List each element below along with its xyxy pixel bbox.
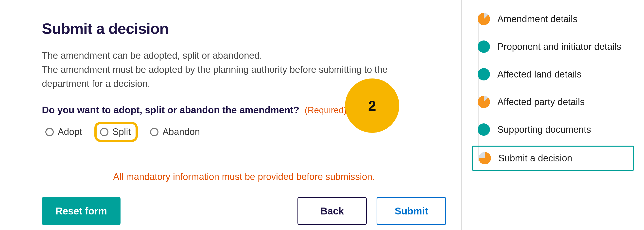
intro-line-2: The amendment must be adopted by the pla… (42, 64, 388, 89)
radio-option-abandon[interactable]: Abandon (147, 125, 203, 139)
progress-complete-icon (478, 68, 490, 80)
progress-step-supporting-documents[interactable]: Supporting documents (472, 118, 634, 141)
progress-step-affected-land[interactable]: Affected land details (472, 63, 634, 86)
step-callout-badge: 2 (345, 79, 399, 133)
progress-complete-icon (478, 123, 490, 136)
progress-step-label: Supporting documents (497, 124, 591, 135)
progress-step-label: Submit a decision (498, 153, 572, 164)
radio-icon (150, 128, 158, 136)
progress-complete-icon (478, 41, 490, 53)
progress-step-label: Affected party details (497, 97, 584, 107)
validation-warning: All mandatory information must be provid… (47, 171, 441, 182)
radio-option-split[interactable]: Split (94, 122, 138, 142)
main-form-area: Submit a decision The amendment can be a… (0, 0, 461, 230)
form-actions: Reset form Back Submit (42, 197, 446, 225)
question-text: Do you want to adopt, split or abandon t… (42, 105, 299, 115)
progress-step-amendment-details[interactable]: Amendment details (472, 8, 634, 31)
progress-step-submit-decision[interactable]: Submit a decision (472, 146, 634, 171)
progress-partial-icon (478, 96, 490, 108)
radio-label: Adopt (58, 127, 82, 137)
reset-form-button[interactable]: Reset form (42, 197, 120, 225)
radio-icon (100, 128, 108, 136)
radio-label: Split (112, 127, 130, 137)
progress-step-label: Amendment details (497, 14, 578, 25)
submit-button[interactable]: Submit (376, 197, 446, 225)
progress-partial-icon (478, 13, 490, 25)
progress-step-proponent-initiator[interactable]: Proponent and initiator details (472, 35, 634, 58)
intro-line-1: The amendment can be adopted, split or a… (42, 50, 262, 61)
back-button[interactable]: Back (298, 197, 367, 225)
progress-step-list: Amendment details Proponent and initiato… (472, 8, 634, 171)
progress-step-affected-party[interactable]: Affected party details (472, 90, 634, 114)
radio-icon (45, 128, 54, 136)
radio-option-adopt[interactable]: Adopt (42, 125, 86, 139)
callout-number: 2 (368, 97, 376, 114)
progress-current-icon (479, 152, 491, 164)
progress-sidebar: Amendment details Proponent and initiato… (462, 0, 644, 230)
progress-step-label: Proponent and initiator details (497, 42, 621, 52)
progress-step-label: Affected land details (497, 69, 582, 80)
required-label: (Required) (304, 105, 346, 115)
page-title: Submit a decision (42, 20, 446, 37)
radio-label: Abandon (162, 127, 200, 137)
